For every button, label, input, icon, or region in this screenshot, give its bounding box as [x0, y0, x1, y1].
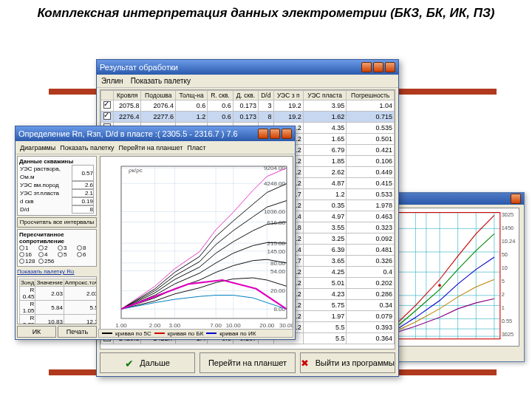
row-checkbox[interactable] — [103, 112, 111, 120]
close-icon[interactable] — [385, 62, 395, 72]
svg-text:20.00: 20.00 — [259, 322, 275, 329]
svg-text:2: 2 — [502, 291, 505, 298]
param-input[interactable] — [72, 205, 94, 214]
calc-all-button[interactable]: Просчитать все интервалы — [17, 217, 97, 228]
row-checkbox[interactable] — [103, 101, 111, 109]
check-icon — [125, 358, 135, 368]
dd-radio[interactable]: 16 — [19, 251, 37, 258]
svg-text:7.00: 7.00 — [210, 322, 222, 329]
paletka-title: Определение Rп, Rзп, D/d в пласте :( 230… — [18, 129, 238, 138]
param-input[interactable] — [72, 165, 94, 181]
menu-item[interactable]: Показать палетку — [60, 144, 114, 151]
menu-item[interactable]: Эллин — [101, 77, 123, 85]
show-paletka-link[interactable]: Показать палетку Ro — [17, 268, 97, 275]
svg-text:1.00: 1.00 — [115, 322, 127, 329]
dd-radio-box: Пересчитанное сопротивление 123816456128… — [17, 229, 97, 267]
result-menubar[interactable]: Эллин Показать палетку — [97, 75, 398, 88]
dd-radio[interactable]: 1 — [19, 245, 37, 251]
dd-radio[interactable]: 8 — [77, 245, 95, 251]
dd-radio[interactable]: 256 — [38, 258, 56, 265]
svg-text:54.00: 54.00 — [270, 268, 286, 275]
table-row[interactable]: 2075.82076.40.60.60.173319.23.951.04 — [101, 100, 395, 112]
svg-text:ρк/ρс: ρк/ρс — [129, 167, 143, 174]
paletka-sidebar: Данные скважины УЭС раствора, Ом.мУЭС вм… — [16, 154, 98, 339]
paletka-chart: 1.002.003.007.0010.0020.0030.008.0020.00… — [100, 156, 293, 338]
svg-text:10.24: 10.24 — [502, 238, 516, 245]
dd-radio[interactable]: 5 — [58, 251, 75, 258]
svg-text:215.00: 215.00 — [267, 240, 286, 247]
print-button[interactable]: Печать — [58, 326, 97, 338]
zond-table-box: ЗондЗначениеАппрокс.точR 0.452.032.03R 1… — [17, 276, 97, 324]
svg-text:3025: 3025 — [502, 331, 514, 338]
ik-button[interactable]: ИК — [17, 326, 56, 338]
table-row[interactable]: R 2.2510.8312.3 — [20, 315, 98, 325]
svg-point-38 — [438, 284, 441, 287]
svg-text:5: 5 — [502, 278, 505, 284]
svg-text:3.00: 3.00 — [169, 322, 181, 329]
svg-text:4248.00: 4248.00 — [264, 180, 285, 187]
close-icon[interactable] — [282, 129, 292, 139]
param-input[interactable] — [72, 197, 94, 205]
svg-text:2.00: 2.00 — [149, 322, 161, 329]
table-row[interactable]: 2276.42277.61.20.60.173819.21.620.715 — [101, 112, 395, 123]
exit-button[interactable]: Выйти из программы — [300, 352, 395, 373]
menu-item[interactable]: Перейти на планшет — [119, 144, 183, 151]
paletka-titlebar[interactable]: Определение Rп, Rзп, D/d в пласте :( 230… — [16, 126, 295, 141]
dd-radio[interactable]: 2 — [38, 245, 56, 251]
svg-text:20.00: 20.00 — [270, 287, 286, 294]
minimize-icon[interactable] — [361, 62, 372, 72]
paletka-legend: кривая по 5С кривая по БК кривая по ИК — [98, 329, 293, 338]
param-input[interactable] — [72, 181, 94, 189]
menu-item[interactable]: Пласт — [187, 144, 205, 151]
goto-plansheet-button[interactable]: Перейти на планшет — [200, 352, 295, 373]
svg-text:10.00: 10.00 — [226, 322, 242, 329]
table-row[interactable]: R 1.055.845.5 — [20, 301, 98, 315]
close-icon[interactable] — [511, 194, 521, 204]
svg-text:145.00: 145.00 — [267, 248, 286, 255]
svg-text:0.55: 0.55 — [502, 318, 512, 324]
dd-radio[interactable]: 6 — [77, 251, 95, 258]
svg-text:1: 1 — [502, 304, 505, 311]
next-button[interactable]: Дальше — [100, 352, 195, 373]
dd-radio[interactable]: 4 — [38, 251, 56, 258]
params-box: Данные скважины УЭС раствора, Ом.мУЭС вм… — [17, 156, 97, 216]
param-input[interactable] — [72, 189, 94, 197]
svg-text:1036.00: 1036.00 — [264, 208, 285, 215]
table-row[interactable]: R 0.452.032.03 — [20, 287, 98, 301]
paletka-window: Определение Rп, Rзп, D/d в пласте :( 230… — [15, 126, 296, 340]
dd-radio[interactable]: 3 — [58, 245, 75, 251]
slide-title: Комплексная интерпретация данных электро… — [0, 0, 532, 28]
result-title: Результат обработки — [100, 63, 178, 72]
dd-radio[interactable]: 128 — [19, 258, 37, 265]
svg-text:30.00: 30.00 — [279, 322, 293, 329]
result-titlebar[interactable]: Результат обработки — [97, 60, 398, 75]
svg-text:50: 50 — [502, 251, 508, 258]
maximize-icon[interactable] — [270, 129, 280, 139]
cross-icon — [301, 358, 311, 368]
menu-item[interactable]: Диаграммы — [20, 144, 55, 151]
maximize-icon[interactable] — [373, 62, 383, 72]
menu-item[interactable]: Показать палетку — [131, 77, 191, 85]
minimize-icon[interactable] — [258, 129, 268, 139]
paletka-menubar[interactable]: Диаграммы Показать палетку Перейти на пл… — [16, 141, 295, 154]
svg-text:10: 10 — [502, 265, 508, 271]
svg-text:80.00: 80.00 — [270, 260, 286, 267]
svg-text:3025: 3025 — [502, 211, 514, 218]
svg-text:1456: 1456 — [502, 225, 514, 231]
